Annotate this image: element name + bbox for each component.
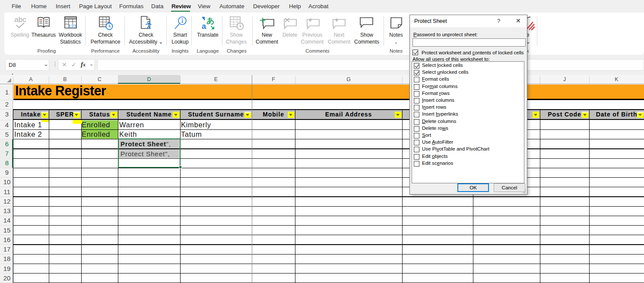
svg-text:123: 123 <box>68 24 76 29</box>
svg-text:a: a <box>202 22 206 30</box>
svg-text:あ: あ <box>206 16 214 25</box>
